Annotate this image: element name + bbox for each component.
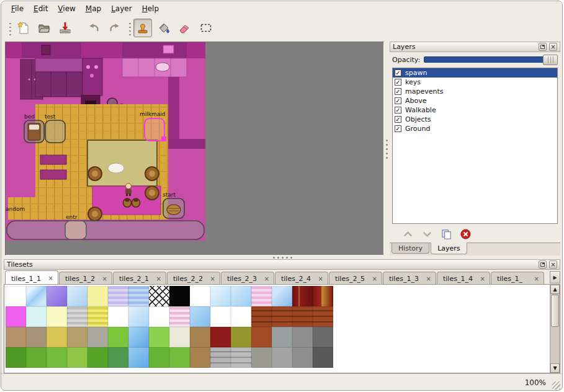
scroll-down-button[interactable]: ▼ xyxy=(550,363,560,373)
tile[interactable] xyxy=(87,327,108,347)
new-map-button[interactable] xyxy=(14,19,32,37)
tile[interactable] xyxy=(87,286,108,306)
tile[interactable] xyxy=(210,286,231,306)
close-panel-button[interactable]: × xyxy=(549,43,557,51)
tile[interactable] xyxy=(169,286,190,306)
redo-button[interactable] xyxy=(105,19,124,37)
layer-visible-checkbox[interactable]: ✓ xyxy=(395,79,401,86)
tilesets-titlebar[interactable]: Tilesets × xyxy=(4,259,560,270)
tileset-tab-tiles_2_5[interactable]: tiles_2_5× xyxy=(329,272,382,284)
tile[interactable] xyxy=(272,327,292,347)
scroll-tabs-right-button[interactable]: ▶ xyxy=(550,271,560,283)
tile[interactable] xyxy=(292,347,313,368)
tab-close-icon[interactable]: × xyxy=(48,275,53,282)
tab-close-icon[interactable]: × xyxy=(318,276,323,282)
menu-edit[interactable]: Edit xyxy=(29,2,53,15)
tile[interactable] xyxy=(190,286,210,306)
layer-visible-checkbox[interactable]: ✓ xyxy=(395,116,401,123)
tile[interactable] xyxy=(251,347,272,368)
tile[interactable] xyxy=(128,286,149,306)
tile[interactable] xyxy=(128,347,149,368)
tile[interactable] xyxy=(108,347,128,368)
toolbar-drag-handle[interactable] xyxy=(7,20,11,35)
duplicate-layer-button[interactable] xyxy=(439,227,453,241)
eraser-button[interactable] xyxy=(176,19,194,37)
tile[interactable] xyxy=(190,306,210,327)
menu-view[interactable]: View xyxy=(53,2,80,15)
tile[interactable] xyxy=(26,347,47,368)
tile[interactable] xyxy=(231,327,251,347)
bucket-fill-button[interactable] xyxy=(154,19,173,37)
scrollbar-thumb[interactable] xyxy=(551,295,559,327)
tile[interactable] xyxy=(6,286,26,306)
menu-map[interactable]: Map xyxy=(81,2,106,15)
tileset-tab-tiles_2_2[interactable]: tiles_2_2× xyxy=(167,272,220,284)
tile[interactable] xyxy=(26,327,47,347)
float-panel-button[interactable] xyxy=(539,43,547,51)
tile[interactable] xyxy=(67,327,87,347)
tile[interactable] xyxy=(47,286,67,306)
tile[interactable] xyxy=(292,306,313,327)
tab-close-icon[interactable]: × xyxy=(264,276,269,282)
tile[interactable] xyxy=(47,306,67,327)
layer-row-keys[interactable]: ✓keys xyxy=(393,78,557,87)
tile[interactable] xyxy=(149,306,169,327)
tile[interactable] xyxy=(108,327,128,347)
menu-file[interactable]: File xyxy=(6,2,29,15)
toolbar-drag-handle[interactable] xyxy=(127,20,131,35)
scroll-up-button[interactable]: ▲ xyxy=(550,285,560,294)
layers-titlebar[interactable]: Layers × xyxy=(390,42,560,52)
layer-row-Walkable[interactable]: ✓Walkable xyxy=(393,105,557,115)
tab-close-icon[interactable]: × xyxy=(480,276,485,282)
tile[interactable] xyxy=(67,286,87,306)
layer-visible-checkbox[interactable]: ✓ xyxy=(395,107,401,114)
tile[interactable] xyxy=(313,306,333,327)
tileset-tab-tiles_2_1[interactable]: tiles_2_1× xyxy=(113,272,166,284)
tile[interactable] xyxy=(128,306,149,327)
tile[interactable] xyxy=(313,286,333,306)
tile[interactable] xyxy=(231,347,251,368)
layer-visible-checkbox[interactable]: ✓ xyxy=(395,97,401,104)
tile[interactable] xyxy=(87,306,108,327)
layer-row-Ground[interactable]: ✓Ground xyxy=(393,124,557,133)
close-panel-button[interactable]: × xyxy=(549,261,557,269)
tileset-scrollbar[interactable]: ▲ ▼ xyxy=(550,285,560,373)
rect-select-button[interactable] xyxy=(197,19,215,37)
tile[interactable] xyxy=(6,327,26,347)
tile[interactable] xyxy=(169,347,190,368)
tile[interactable] xyxy=(210,347,231,368)
tileset-view[interactable]: ▲ ▼ xyxy=(4,285,560,373)
resize-grip[interactable] xyxy=(552,381,560,390)
open-map-button[interactable] xyxy=(35,19,53,37)
layer-visible-checkbox[interactable]: ✓ xyxy=(395,69,401,76)
tab-close-icon[interactable]: × xyxy=(426,276,431,282)
tile[interactable] xyxy=(272,347,292,368)
tile[interactable] xyxy=(231,306,251,327)
tileset-tab-tiles_1_2[interactable]: tiles_1_2× xyxy=(59,272,112,284)
tile[interactable] xyxy=(6,347,26,368)
tile[interactable] xyxy=(108,286,128,306)
tile[interactable] xyxy=(210,327,231,347)
map-view[interactable]: bedtestmilkmaidstartentrandom xyxy=(5,42,384,256)
layer-row-spawn[interactable]: ✓spawn xyxy=(393,68,557,78)
layer-visible-checkbox[interactable]: ✓ xyxy=(395,88,401,95)
dock-tab-history[interactable]: History xyxy=(392,243,429,254)
dock-tab-layers[interactable]: Layers xyxy=(431,243,467,254)
tile[interactable] xyxy=(47,347,67,368)
tile[interactable] xyxy=(26,306,47,327)
tile[interactable] xyxy=(272,286,292,306)
scrollbar-track[interactable] xyxy=(550,294,560,363)
tileset-tab-tiles_1_4[interactable]: tiles_1_4× xyxy=(437,272,490,284)
tile[interactable] xyxy=(231,286,251,306)
tile[interactable] xyxy=(169,327,190,347)
lower-layer-button[interactable] xyxy=(420,227,434,241)
delete-layer-button[interactable] xyxy=(459,227,472,241)
tile[interactable] xyxy=(190,347,210,368)
tile[interactable] xyxy=(128,327,149,347)
tile[interactable] xyxy=(272,306,292,327)
layer-row-Objects[interactable]: ✓Objects xyxy=(393,115,557,124)
save-map-button[interactable] xyxy=(56,19,74,37)
tileset-tab-tiles_1_3[interactable]: tiles_1_3× xyxy=(383,272,436,284)
tileset-tab-tiles_2_3[interactable]: tiles_2_3× xyxy=(221,272,274,284)
opacity-slider[interactable] xyxy=(424,56,558,63)
